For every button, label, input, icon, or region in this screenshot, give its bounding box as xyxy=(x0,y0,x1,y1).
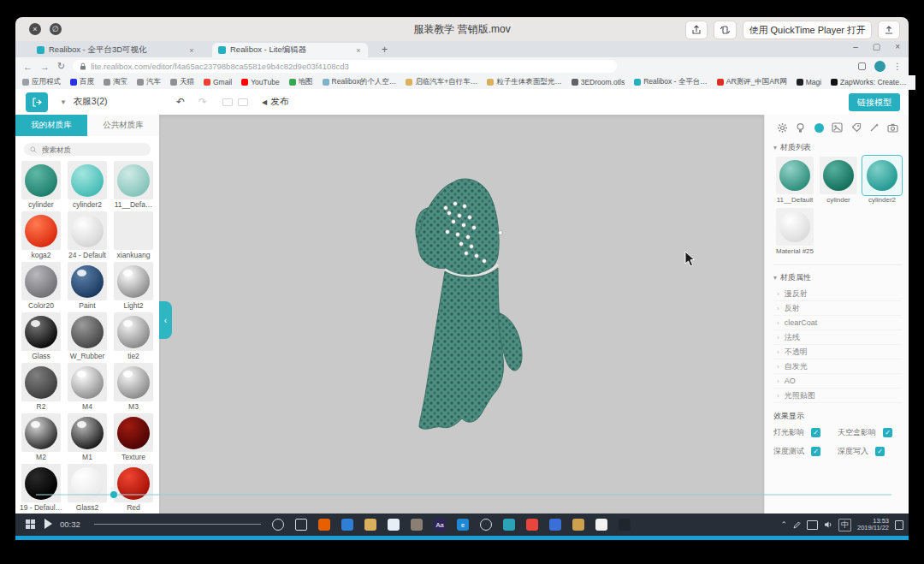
exit-editor-button[interactable] xyxy=(26,92,48,112)
material-tile[interactable] xyxy=(21,312,61,351)
bookmark-item[interactable]: 3EDroom.otls xyxy=(572,78,625,86)
window-restore-button[interactable]: ▢ xyxy=(873,42,880,51)
taskbar-icon-firefox[interactable] xyxy=(318,519,330,531)
material-tile[interactable] xyxy=(114,262,153,300)
material-tile[interactable] xyxy=(114,211,153,250)
bookmark-item[interactable]: Realibox的个人空… xyxy=(323,77,397,87)
scene-material-tile[interactable] xyxy=(863,157,901,194)
taskbar-icon-search[interactable] xyxy=(272,519,284,531)
display-icon[interactable] xyxy=(807,520,818,530)
material-tile[interactable] xyxy=(21,211,61,250)
effect-checkbox[interactable]: ✓ xyxy=(811,428,820,437)
taskbar-icon-task-view[interactable] xyxy=(295,519,307,531)
bookmark-item[interactable]: Magi xyxy=(797,78,821,86)
material-tile[interactable] xyxy=(21,363,61,401)
material-tile[interactable] xyxy=(114,363,153,401)
property-row[interactable]: ›AO xyxy=(773,374,902,389)
speaker-icon[interactable] xyxy=(824,520,832,529)
profile-avatar[interactable] xyxy=(874,61,886,72)
bookmark-icon[interactable] xyxy=(857,62,867,71)
taskbar-icon-mail[interactable] xyxy=(388,519,400,531)
bookmark-item[interactable]: ZapWorks: Create… xyxy=(831,78,906,86)
dress-model[interactable] xyxy=(409,175,537,436)
property-row[interactable]: ›法线 xyxy=(773,330,902,345)
property-row[interactable]: ›clearCoat xyxy=(773,316,902,330)
browser-tab-2-active[interactable]: Realibox - Lite编辑器 × xyxy=(212,43,368,57)
panel-collapse-handle[interactable]: ‹ xyxy=(159,301,172,339)
material-search-box[interactable] xyxy=(24,143,151,156)
property-row[interactable]: ›漫反射 xyxy=(773,287,902,301)
bookmark-item[interactable]: 天猫 xyxy=(170,77,194,87)
camera-icon[interactable] xyxy=(886,121,900,134)
bookmark-item[interactable]: 汽车 xyxy=(137,77,161,87)
bookmark-item[interactable]: 启临汽车+自行车… xyxy=(406,77,477,87)
material-search-input[interactable] xyxy=(40,145,145,155)
taskbar-icon-archive[interactable] xyxy=(411,519,423,531)
window-minimize-button[interactable]: – xyxy=(853,42,858,51)
light-bulb-icon[interactable] xyxy=(794,121,808,134)
reload-icon[interactable]: ↻ xyxy=(57,61,65,72)
history-icon[interactable] xyxy=(222,98,233,106)
material-tile[interactable] xyxy=(68,312,107,351)
scene-material-tile[interactable] xyxy=(776,208,814,246)
viewport-3d[interactable]: ‹ xyxy=(159,115,764,514)
play-button[interactable] xyxy=(44,519,52,529)
animation-wand-icon[interactable] xyxy=(868,121,881,134)
scene-material-tile[interactable] xyxy=(820,157,857,194)
bookmark-item[interactable]: Realibox - 全平台… xyxy=(634,77,708,87)
publish-button[interactable]: ◀发布 xyxy=(262,96,288,108)
bookmark-item[interactable]: 百度 xyxy=(70,77,94,87)
taskbar-icon-chrome[interactable] xyxy=(526,519,538,531)
bookmark-item[interactable]: AR测评_中国AR网 xyxy=(717,77,787,87)
snapshot-icon[interactable] xyxy=(238,98,248,106)
bookmark-item[interactable]: YouTube xyxy=(241,78,279,86)
back-icon[interactable]: ← xyxy=(23,62,33,72)
settings-gear-icon[interactable] xyxy=(775,121,789,134)
material-tile[interactable] xyxy=(68,464,107,502)
effect-checkbox[interactable]: ✓ xyxy=(811,447,820,456)
rotate-button[interactable] xyxy=(714,21,737,39)
taskbar-icon-folder[interactable] xyxy=(364,519,376,531)
input-method-indicator[interactable]: 中 xyxy=(838,519,851,531)
material-tile[interactable] xyxy=(68,262,107,300)
window-close-button[interactable]: × xyxy=(895,42,900,51)
material-properties-header[interactable]: ▾材质属性 xyxy=(773,272,902,283)
material-tile[interactable] xyxy=(21,464,61,502)
property-row[interactable]: ›光照贴图 xyxy=(773,389,902,403)
taskbar-icon-app-blue[interactable] xyxy=(341,519,353,531)
redo-button[interactable]: ↷ xyxy=(198,96,207,108)
scene-material-tile[interactable] xyxy=(776,157,814,194)
environment-icon[interactable] xyxy=(831,121,844,134)
material-tile[interactable] xyxy=(21,262,61,300)
export-button[interactable] xyxy=(878,21,900,39)
new-tab-button[interactable]: + xyxy=(382,44,388,56)
open-with-quicktime-button[interactable]: 使用 QuickTime Player 打开 xyxy=(743,21,872,39)
material-tile[interactable] xyxy=(114,464,153,502)
material-tile[interactable] xyxy=(68,161,107,199)
material-list-header[interactable]: ▾材质列表 xyxy=(773,142,902,153)
link-model-button[interactable]: 链接模型 xyxy=(849,93,900,111)
project-name-dropdown[interactable]: ▼ 衣服3(2) xyxy=(60,96,108,108)
taskbar-icon-media[interactable] xyxy=(619,519,631,531)
notification-center-icon[interactable] xyxy=(895,520,903,530)
windows-start-button[interactable] xyxy=(26,519,36,530)
material-tile[interactable] xyxy=(114,161,153,199)
taskbar-icon-cortana[interactable] xyxy=(480,519,492,531)
tab-public-materials[interactable]: 公共材质库 xyxy=(87,115,159,136)
tab-close-icon[interactable]: × xyxy=(355,46,362,55)
taskbar-icon-ae[interactable]: Aa xyxy=(434,519,446,531)
bookmark-item[interactable]: 地图 xyxy=(289,77,313,87)
material-tile[interactable] xyxy=(21,413,61,452)
taskbar-icon-folder2[interactable] xyxy=(572,519,584,531)
bookmark-item[interactable]: 粒子生体表面型光… xyxy=(487,77,562,87)
property-row[interactable]: ›自发光 xyxy=(773,359,902,374)
video-seekbar[interactable] xyxy=(36,494,891,496)
material-sphere-icon-active[interactable] xyxy=(812,121,826,134)
effect-checkbox[interactable]: ✓ xyxy=(883,428,892,437)
material-tile[interactable] xyxy=(114,413,153,452)
forward-icon[interactable]: → xyxy=(40,62,50,72)
system-clock[interactable]: 13:53 2019/11/22 xyxy=(857,518,889,532)
bookmark-item[interactable]: 淘宝 xyxy=(104,77,127,87)
browser-menu-icon[interactable]: ⋮ xyxy=(893,62,902,71)
undo-button[interactable]: ↶ xyxy=(176,96,185,108)
